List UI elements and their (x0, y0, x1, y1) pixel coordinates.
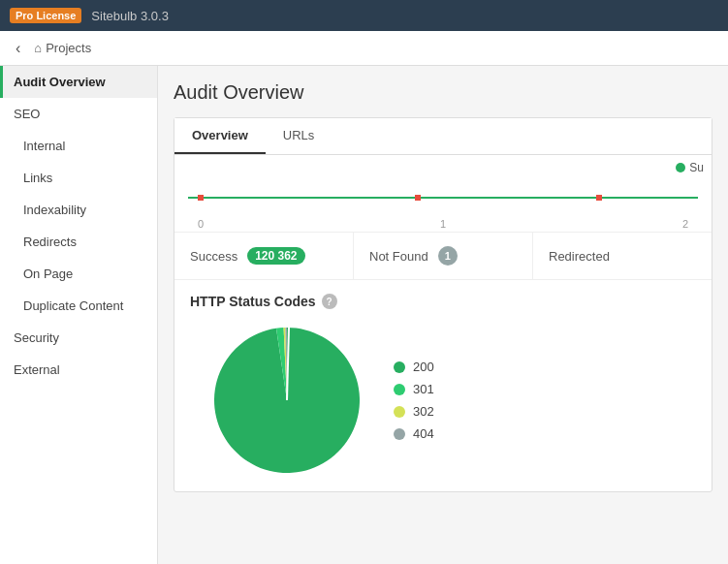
app-title: Sitebulb 3.0.3 (91, 9, 169, 23)
legend-item-404: 404 (394, 426, 434, 441)
chart-green-line (188, 197, 698, 199)
back-button[interactable]: ‹ (10, 38, 26, 59)
help-icon[interactable]: ? (322, 294, 337, 309)
legend-item-302: 302 (394, 404, 434, 419)
status-badge-not-found: 1 (438, 246, 458, 266)
sidebar-item-redirects[interactable]: Redirects (0, 226, 157, 258)
status-row: Success120 362Not Found1Redirected (174, 233, 712, 280)
main-layout: Audit OverviewSEOInternalLinksIndexabili… (0, 66, 728, 564)
projects-nav[interactable]: ⌂ Projects (34, 41, 91, 55)
chart-red-dot-3 (596, 195, 602, 201)
tabs-bar: OverviewURLs (174, 118, 712, 155)
sidebar-item-security[interactable]: Security (0, 322, 157, 354)
sidebar-item-external[interactable]: External (0, 354, 157, 386)
chart-x-label: 0 (198, 218, 204, 230)
status-cell-redirected: Redirected (533, 233, 712, 279)
legend-item-200: 200 (394, 360, 434, 374)
chart-x-label: 2 (682, 218, 688, 230)
status-label-not-found: Not Found (369, 249, 428, 264)
home-icon: ⌂ (34, 41, 42, 55)
content-area: Audit Overview OverviewURLs Su 012 S (158, 66, 728, 564)
sidebar-item-links[interactable]: Links (0, 162, 157, 194)
nav-bar: ‹ ⌂ Projects (0, 31, 728, 66)
legend-dot-200 (394, 361, 405, 373)
legend-label-200: 200 (413, 360, 434, 374)
sidebar-item-indexability[interactable]: Indexability (0, 194, 157, 226)
http-section: HTTP Status Codes ? 200301302404 (174, 280, 712, 491)
status-cell-not-found: Not Found1 (354, 233, 533, 279)
tab-urls[interactable]: URLs (266, 118, 332, 154)
chart-red-dot-2 (415, 195, 421, 201)
chart-area: Su 012 (174, 155, 712, 233)
status-label-redirected: Redirected (549, 249, 610, 264)
status-badge-success: 120 362 (247, 247, 304, 265)
legend-label-404: 404 (413, 426, 434, 441)
sidebar-item-on-page[interactable]: On Page (0, 258, 157, 290)
sidebar-item-internal[interactable]: Internal (0, 130, 157, 162)
chart-x-labels: 012 (188, 218, 698, 230)
sidebar: Audit OverviewSEOInternalLinksIndexabili… (0, 66, 158, 564)
legend-item-301: 301 (394, 382, 434, 396)
legend-dot-301 (394, 384, 405, 395)
page-title: Audit Overview (174, 81, 712, 104)
legend-dot-404 (394, 428, 405, 440)
chart-red-dot-1 (198, 195, 204, 201)
sidebar-item-seo[interactable]: SEO (0, 98, 157, 130)
sidebar-item-duplicate-content[interactable]: Duplicate Content (0, 290, 157, 322)
legend-dot-302 (394, 406, 405, 418)
legend-label-301: 301 (413, 382, 434, 396)
status-cell-success: Success120 362 (174, 233, 354, 279)
status-label-success: Success (190, 249, 237, 264)
chart-line-area (188, 170, 698, 218)
chart-pie-area: 200301302404 (190, 323, 696, 478)
pro-license-badge[interactable]: Pro License (10, 8, 81, 23)
tab-overview[interactable]: Overview (174, 118, 266, 154)
pie-chart (209, 323, 364, 478)
main-card: OverviewURLs Su 012 Success120 362Not Fo… (174, 117, 712, 492)
projects-label: Projects (46, 41, 91, 55)
http-section-title: HTTP Status Codes ? (190, 294, 696, 309)
http-title-text: HTTP Status Codes (190, 294, 316, 309)
legend: 200301302404 (394, 360, 434, 441)
chart-x-label: 1 (440, 218, 446, 230)
legend-label-302: 302 (413, 404, 434, 419)
sidebar-item-audit-overview[interactable]: Audit Overview (0, 66, 157, 98)
title-bar: Pro License Sitebulb 3.0.3 (0, 0, 728, 31)
